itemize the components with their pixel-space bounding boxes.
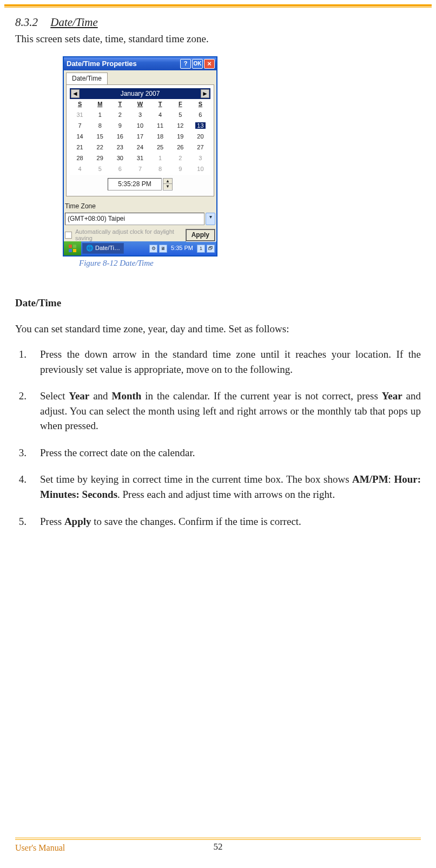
time-spinner: ▲ ▼ [163, 178, 173, 190]
table-row: 21 22 23 24 25 26 27 [70, 142, 210, 153]
svg-rect-1 [73, 245, 76, 248]
tray-badge[interactable]: 1 [197, 245, 205, 253]
calendar-day[interactable]: 21 [70, 142, 90, 153]
calendar-day[interactable]: 2 [170, 153, 190, 164]
globe-icon: 🌐 [86, 244, 94, 253]
taskbar: 🌐 Date/Ti… ⚙ 🖥 5:35 PM 1 🗗 [64, 241, 216, 255]
calendar-day[interactable]: 14 [70, 131, 90, 142]
calendar-day[interactable]: 5 [170, 110, 190, 121]
apply-button[interactable]: Apply [186, 229, 215, 241]
calendar-day[interactable]: 1 [150, 153, 170, 164]
list-item: Press the correct date on the calendar. [37, 445, 421, 461]
tray-clock[interactable]: 5:35 PM [169, 244, 195, 253]
calendar-day[interactable]: 18 [150, 131, 170, 142]
time-input[interactable]: 5:35:28 PM [108, 178, 162, 190]
svg-rect-2 [69, 249, 72, 252]
calendar-day[interactable]: 8 [150, 164, 170, 175]
dialog-title: Date/Time Properties [65, 59, 179, 69]
table-row: 4 5 6 7 8 9 10 [70, 164, 210, 175]
calendar-day[interactable]: 24 [130, 142, 150, 153]
datetime-panel: ◄ January 2007 ► S M T W T F S 31 1 2 [66, 84, 214, 196]
dst-checkbox[interactable] [65, 232, 72, 239]
prev-month-button[interactable]: ◄ [71, 89, 80, 98]
calendar-day[interactable]: 10 [190, 164, 210, 175]
calendar-day[interactable]: 4 [70, 164, 90, 175]
dow-sat: S [190, 99, 210, 110]
calendar-day[interactable]: 7 [130, 164, 150, 175]
calendar-day[interactable]: 20 [190, 131, 210, 142]
footer-page-number: 52 [0, 840, 436, 854]
calendar-day[interactable]: 9 [170, 164, 190, 175]
dow-tue: T [110, 99, 130, 110]
calendar-day[interactable]: 29 [90, 153, 110, 164]
taskbar-item-label: Date/Ti… [95, 244, 120, 253]
calendar-grid: S M T W T F S 31 1 2 3 4 5 6 [70, 99, 210, 175]
calendar-day[interactable]: 28 [70, 153, 90, 164]
tray-icon[interactable]: 🗗 [207, 245, 215, 253]
calendar-day[interactable]: 1 [90, 110, 110, 121]
figure: Date/Time Properties ? OK × Date/Time ◄ … [63, 56, 219, 269]
calendar-day[interactable]: 8 [90, 121, 110, 131]
lead-text: You can set standard time zone, year, da… [15, 321, 421, 337]
section-heading: 8.3.2 Date/Time [15, 14, 421, 30]
calendar-day[interactable]: 30 [110, 153, 130, 164]
calendar-day[interactable]: 27 [190, 142, 210, 153]
calendar-day[interactable]: 7 [70, 121, 90, 131]
calendar-day[interactable]: 12 [170, 121, 190, 131]
calendar-day[interactable]: 11 [150, 121, 170, 131]
taskbar-item-datetime[interactable]: 🌐 Date/Ti… [82, 243, 124, 254]
spin-up-button[interactable]: ▲ [163, 179, 172, 184]
calendar-day[interactable]: 10 [130, 121, 150, 131]
month-bar: ◄ January 2007 ► [70, 88, 210, 99]
dow-wed: W [130, 99, 150, 110]
calendar-day[interactable]: 4 [150, 110, 170, 121]
dst-label: Automatically adjust clock for daylight … [75, 228, 182, 241]
ok-button[interactable]: OK [192, 59, 203, 69]
calendar-day[interactable]: 31 [70, 110, 90, 121]
calendar-day[interactable]: 5 [90, 164, 110, 175]
windows-logo-icon [68, 244, 77, 253]
system-tray: ⚙ 🖥 5:35 PM 1 🗗 [149, 244, 216, 253]
calendar-day-selected[interactable]: 13 [190, 121, 210, 131]
start-button[interactable] [64, 241, 81, 255]
dow-sun: S [70, 99, 90, 110]
next-month-button[interactable]: ► [201, 89, 209, 98]
calendar-day[interactable]: 17 [130, 131, 150, 142]
calendar-day[interactable]: 23 [110, 142, 130, 153]
close-button[interactable]: × [204, 59, 215, 69]
list-item: Select Year and Month in the calendar. I… [37, 389, 421, 433]
spin-down-button[interactable]: ▼ [163, 184, 172, 189]
tray-icon[interactable]: ⚙ [149, 245, 157, 253]
calendar-day[interactable]: 3 [130, 110, 150, 121]
chevron-down-icon[interactable]: ▾ [206, 213, 215, 225]
calendar-day[interactable]: 2 [110, 110, 130, 121]
steps-list: Press the down arrow in the standard tim… [15, 347, 421, 529]
calendar-day[interactable]: 9 [110, 121, 130, 131]
timezone-label: Time Zone [65, 202, 215, 211]
time-box: 5:35:28 PM ▲ ▼ [70, 178, 210, 190]
timezone-value: (GMT+08:00) Taipei [68, 214, 125, 223]
timezone-select[interactable]: (GMT+08:00) Taipei [65, 213, 204, 225]
calendar-day[interactable]: 6 [110, 164, 130, 175]
tab-datetime[interactable]: Date/Time [66, 73, 108, 84]
calendar-day[interactable]: 16 [110, 131, 130, 142]
table-row: 31 1 2 3 4 5 6 [70, 110, 210, 121]
footer-rule [15, 838, 421, 840]
top-rule [4, 4, 432, 6]
dow-thu: T [150, 99, 170, 110]
help-button[interactable]: ? [180, 59, 191, 69]
calendar-day[interactable]: 31 [130, 153, 150, 164]
subsection-heading: Date/Time [15, 295, 421, 311]
figure-caption: Figure 8-12 Date/Time [79, 258, 219, 269]
table-row: 14 15 16 17 18 19 20 [70, 131, 210, 142]
calendar-day[interactable]: 19 [170, 131, 190, 142]
calendar-day[interactable]: 3 [190, 153, 210, 164]
calendar-day[interactable]: 22 [90, 142, 110, 153]
titlebar: Date/Time Properties ? OK × [64, 57, 216, 70]
month-label[interactable]: January 2007 [121, 89, 160, 98]
tray-icon[interactable]: 🖥 [159, 245, 167, 253]
calendar-day[interactable]: 15 [90, 131, 110, 142]
calendar-day[interactable]: 25 [150, 142, 170, 153]
calendar-day[interactable]: 26 [170, 142, 190, 153]
calendar-day[interactable]: 6 [190, 110, 210, 121]
